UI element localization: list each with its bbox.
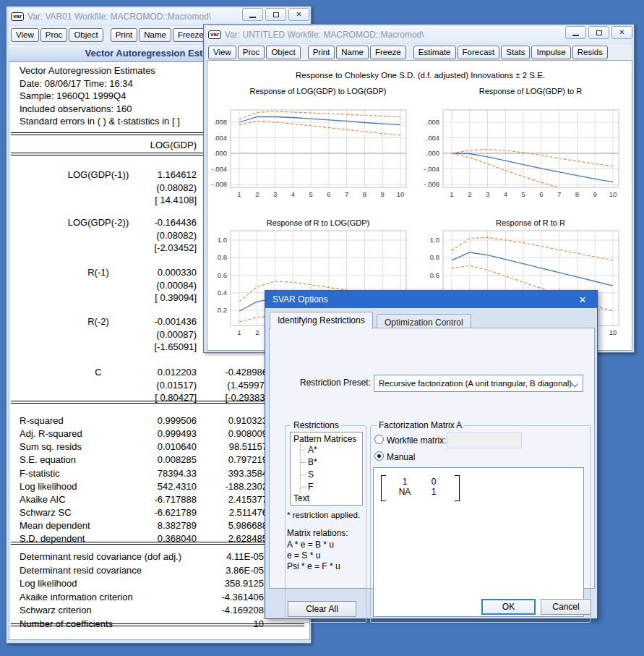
- var-object-icon: var: [11, 12, 24, 21]
- var-object-icon: var: [208, 30, 221, 39]
- toolbar-button-estimate[interactable]: Estimate: [413, 46, 456, 59]
- toolbar-button-freeze[interactable]: Freeze: [370, 46, 406, 59]
- restore-icon: [273, 12, 279, 17]
- svg-text:1.0: 1.0: [430, 236, 439, 244]
- tab-identifying-restrictions[interactable]: Identifying Restrictions: [270, 312, 373, 329]
- stat-value-cell: -6.717888: [110, 494, 197, 505]
- minimize-icon: [249, 17, 256, 18]
- manual-matrix-editor[interactable]: 10NA1: [373, 467, 584, 617]
- cancel-button[interactable]: Cancel: [541, 599, 591, 615]
- right-bracket: [455, 475, 460, 501]
- coef-value-cell: -0.428986: [202, 367, 267, 378]
- restriction-applied-note: * restriction applied.: [287, 511, 360, 519]
- toolbar-button-name[interactable]: Name: [336, 46, 369, 59]
- toolbar-button-proc[interactable]: Proc: [40, 28, 68, 42]
- close-button[interactable]: ✕: [288, 8, 309, 21]
- tree-item-b-[interactable]: B*: [301, 456, 362, 469]
- summary-row-label: Schwarz criterion: [20, 605, 92, 615]
- svg-text:8: 8: [575, 190, 579, 198]
- matrix-cell-0-1[interactable]: 0: [421, 477, 446, 487]
- tree-item-a-[interactable]: A*: [301, 444, 362, 456]
- toolbar-button-name[interactable]: Name: [139, 28, 171, 42]
- stat-value-cell: 393.3584: [202, 468, 267, 479]
- workfile-matrix-radio[interactable]: [374, 435, 384, 444]
- coef-value-cell: (0.00084): [110, 280, 197, 291]
- toolbar-button-stats[interactable]: Stats: [501, 46, 530, 59]
- stat-row-label: R-squared: [20, 415, 64, 426]
- table-header-line: Vector Autoregression Estimates: [20, 65, 155, 76]
- svg-text:-.004: -.004: [424, 165, 439, 173]
- stat-row-label: Akaike AIC: [20, 494, 66, 505]
- untitled-var-toolbar: ViewProcObjectPrintNameFreezeEstimateFor…: [206, 44, 632, 61]
- minimize-button[interactable]: [242, 8, 263, 21]
- tree-root-pattern-matrices[interactable]: Pattern Matrices: [293, 434, 362, 444]
- restriction-preset-label: Restriction Preset:: [300, 378, 371, 388]
- matrix-cell-1-0[interactable]: NA: [392, 487, 417, 497]
- summary-value-cell: 4.11E-05: [177, 551, 264, 562]
- matrix-cell-0-0[interactable]: 1: [392, 477, 417, 487]
- restore-button[interactable]: [265, 8, 286, 21]
- svar-options-titlebar[interactable]: SVAR Options ✕: [265, 291, 597, 308]
- svg-text:5: 5: [521, 190, 525, 198]
- pattern-matrices-list[interactable]: Pattern Matrices A*B*SF Text: [290, 432, 363, 506]
- stat-value-cell: -188.2302: [202, 481, 267, 492]
- svg-text:2: 2: [468, 190, 471, 198]
- toolbar-button-forecast[interactable]: Forecast: [458, 46, 500, 59]
- summary-row-label: Determinant resid covariance: [20, 565, 142, 576]
- toolbar-button-resids[interactable]: Resids: [572, 46, 608, 59]
- left-bracket: [381, 475, 386, 501]
- toolbar-button-object[interactable]: Object: [69, 28, 103, 42]
- svg-text:6: 6: [327, 190, 330, 198]
- summary-value-cell: -4.361406: [177, 592, 264, 602]
- restriction-preset-value: Recursive factorization (A unit triangul…: [379, 379, 572, 388]
- stat-value-cell: 0.999493: [110, 428, 197, 439]
- coef-value-cell: -0.001436: [110, 316, 197, 327]
- toolbar-button-view[interactable]: View: [11, 28, 39, 42]
- tree-item-s[interactable]: S: [301, 469, 362, 481]
- toolbar-button-view[interactable]: View: [208, 46, 236, 59]
- svg-text:4: 4: [291, 190, 295, 198]
- toolbar-button-print[interactable]: Print: [308, 46, 335, 59]
- stat-row-label: Log likelihood: [20, 481, 77, 492]
- pattern-matrix-items: A*B*SF: [300, 444, 362, 493]
- untitled-var-title: Var: UNTITLED Workfile: MACROMOD::Macrom…: [225, 30, 424, 40]
- svg-text:5: 5: [309, 190, 312, 198]
- svg-text:7: 7: [345, 190, 348, 198]
- svg-text:4: 4: [504, 190, 507, 198]
- workfile-matrix-input[interactable]: [447, 433, 522, 448]
- chevron-down-icon: [572, 380, 579, 388]
- toolbar-button-object[interactable]: Object: [266, 46, 300, 59]
- svg-text:3: 3: [486, 190, 489, 198]
- minimize-button[interactable]: [565, 26, 586, 39]
- toolbar-button-proc[interactable]: Proc: [238, 46, 265, 59]
- tree-item-text[interactable]: Text: [293, 493, 362, 503]
- svg-text:.004: .004: [214, 134, 228, 142]
- stat-value-cell: 5.986688: [202, 520, 267, 531]
- summary-row-label: Akaike information criterion: [20, 592, 133, 602]
- toolbar-button-print[interactable]: Print: [111, 28, 138, 42]
- manual-radio[interactable]: [374, 451, 384, 461]
- matrix-cell-1-1[interactable]: 1: [421, 487, 446, 497]
- dialog-close-button[interactable]: ✕: [571, 291, 594, 308]
- ok-button[interactable]: OK: [481, 599, 536, 615]
- restore-button[interactable]: [588, 26, 609, 39]
- coef-value-cell: (0.00087): [110, 329, 197, 340]
- stat-value-cell: -6.621789: [110, 507, 197, 518]
- svg-text:0.8: 0.8: [430, 253, 439, 261]
- toolbar-button-impulse[interactable]: Impulse: [531, 46, 570, 59]
- svg-text:0.4: 0.4: [218, 289, 227, 297]
- tree-item-f[interactable]: F: [301, 481, 362, 493]
- coef-value-cell: (1.45997): [202, 380, 267, 391]
- stat-row-label: Mean dependent: [20, 520, 90, 531]
- close-icon: ✕: [619, 29, 624, 36]
- coef-value-cell: (0.01517): [110, 380, 197, 391]
- stat-row-label: S.E. equation: [20, 454, 76, 465]
- svg-text:10: 10: [609, 190, 617, 198]
- clear-all-button[interactable]: Clear All: [288, 601, 356, 617]
- svg-text:.004: .004: [426, 134, 440, 142]
- restriction-preset-dropdown[interactable]: Recursive factorization (A unit triangul…: [374, 375, 583, 392]
- desktop: var Var: VAR01 Workfile: MACROMOD::Macro…: [0, 0, 644, 656]
- svg-text:1: 1: [450, 190, 453, 198]
- svg-text:-.008: -.008: [424, 180, 439, 188]
- close-button[interactable]: ✕: [611, 26, 632, 39]
